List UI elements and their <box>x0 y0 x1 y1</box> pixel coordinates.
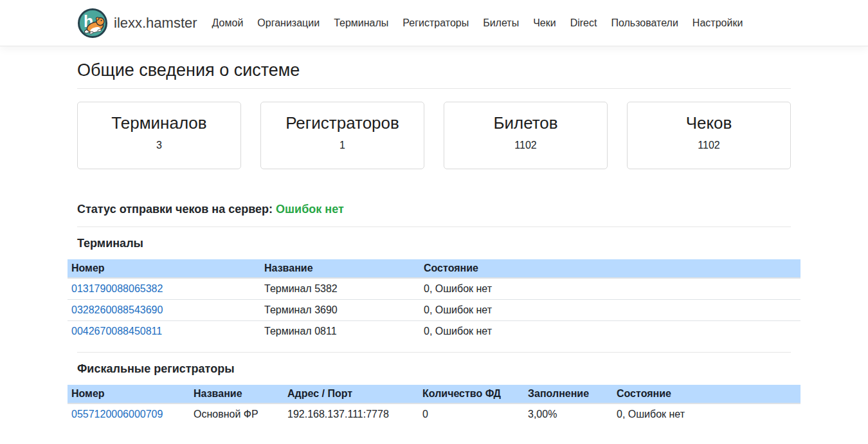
col-header-name: Название <box>190 385 284 403</box>
brand-link[interactable]: h ilexx.hamster <box>77 8 197 39</box>
col-header-fd-count: Количество ФД <box>419 385 524 403</box>
card-receipts: Чеков 1102 <box>627 102 791 169</box>
terminal-state: 0, Ошибок нет <box>420 278 800 300</box>
registrator-fd-count: 0 <box>419 403 524 425</box>
card-tickets: Билетов 1102 <box>444 102 608 169</box>
nav-item-settings[interactable]: Настройки <box>687 12 748 34</box>
registrators-section-heading: Фискальные регистраторы <box>77 362 791 376</box>
receipts-status-line: Статус отправки чеков на сервер: Ошибок … <box>68 203 800 216</box>
card-title: Билетов <box>444 113 607 133</box>
status-badge: Ошибок нет <box>276 203 344 216</box>
terminal-name: Терминал 3690 <box>260 300 420 321</box>
col-header-number: Номер <box>68 259 260 278</box>
card-value: 1102 <box>444 140 607 151</box>
nav-item-users[interactable]: Пользователи <box>606 12 683 34</box>
nav-item-tickets[interactable]: Билеты <box>478 12 524 34</box>
card-value: 1102 <box>628 140 790 151</box>
registrators-table: Номер Название Адрес / Порт Количество Ф… <box>68 385 800 425</box>
navbar-container: h ilexx.hamster Домой Организа <box>68 8 800 39</box>
terminals-section-heading: Терминалы <box>77 237 791 250</box>
card-terminals: Терминалов 3 <box>77 102 241 169</box>
brand-name: ilexx.hamster <box>114 15 197 32</box>
nav-item-organizations[interactable]: Организации <box>252 12 325 34</box>
divider <box>77 227 791 227</box>
col-header-state: Состояние <box>420 259 800 278</box>
nav-item-receipts[interactable]: Чеки <box>528 12 561 34</box>
col-header-address: Адрес / Порт <box>284 385 419 403</box>
registrator-fill: 3,00% <box>524 403 613 425</box>
col-header-fill: Заполнение <box>524 385 613 403</box>
table-row: 0131790088065382 Терминал 5382 0, Ошибок… <box>68 278 800 300</box>
terminal-state: 0, Ошибок нет <box>420 321 800 342</box>
nav-item-home[interactable]: Домой <box>207 12 249 34</box>
summary-cards: Терминалов 3 Регистраторов 1 Билетов 110… <box>68 89 800 169</box>
terminal-number-link[interactable]: 0131790088065382 <box>71 283 163 294</box>
registrator-state: 0, Ошибок нет <box>613 403 800 425</box>
col-header-state: Состояние <box>613 385 800 403</box>
table-header-row: Номер Название Адрес / Порт Количество Ф… <box>68 385 800 403</box>
registrator-address: 192.168.137.111:7778 <box>284 403 419 425</box>
card-value: 3 <box>78 140 240 151</box>
nav-item-terminals[interactable]: Терминалы <box>329 12 393 34</box>
table-row: 0042670088450811 Терминал 0811 0, Ошибок… <box>68 321 800 342</box>
registrator-name: Основной ФР <box>190 403 284 425</box>
table-row: 0557120006000709 Основной ФР 192.168.137… <box>68 403 800 425</box>
card-value: 1 <box>261 140 424 151</box>
page-title: Общие сведения о системе <box>68 60 800 80</box>
card-title: Регистраторов <box>261 113 424 133</box>
card-title: Чеков <box>628 113 790 133</box>
navbar: h ilexx.hamster Домой Организа <box>0 0 868 46</box>
main-content: Общие сведения о системе Терминалов 3 Ре… <box>68 46 800 425</box>
terminal-state: 0, Ошибок нет <box>420 300 800 321</box>
hamster-logo-icon: h <box>77 8 108 39</box>
main-nav: Домой Организации Терминалы Регистраторы… <box>205 12 750 34</box>
terminals-table: Номер Название Состояние 013179008806538… <box>68 259 800 342</box>
terminal-name: Терминал 0811 <box>260 321 420 342</box>
nav-item-direct[interactable]: Direct <box>565 12 602 34</box>
terminal-number-link[interactable]: 0042670088450811 <box>71 326 162 337</box>
table-row: 0328260088543690 Терминал 3690 0, Ошибок… <box>68 300 800 321</box>
nav-item-registrators[interactable]: Регистраторы <box>397 12 474 34</box>
col-header-name: Название <box>260 259 420 278</box>
registrator-number-link[interactable]: 0557120006000709 <box>71 409 163 420</box>
terminal-name: Терминал 5382 <box>260 278 420 300</box>
status-label: Статус отправки чеков на сервер: <box>77 203 273 216</box>
terminal-number-link[interactable]: 0328260088543690 <box>71 304 163 315</box>
card-registrators: Регистраторов 1 <box>260 102 424 169</box>
table-header-row: Номер Название Состояние <box>68 259 800 278</box>
card-title: Терминалов <box>78 113 240 133</box>
divider <box>77 352 791 353</box>
col-header-number: Номер <box>68 385 190 403</box>
